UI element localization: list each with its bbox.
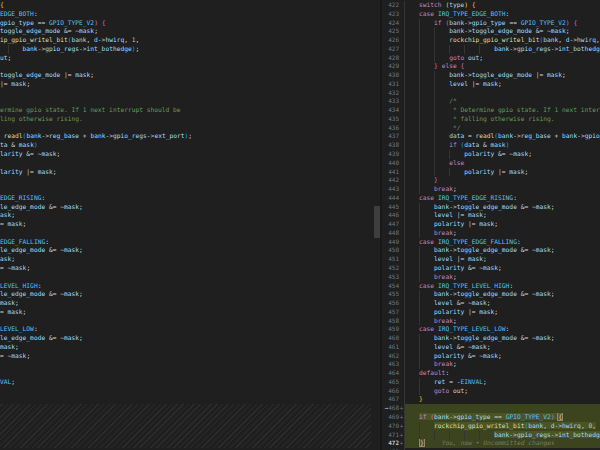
code-line[interactable]: case IRQ_TYPE_LEVEL_HIGH: <box>0 282 371 291</box>
code-line[interactable]: bank->toggle_edge_mode &= ~mask; <box>0 27 371 36</box>
code-line[interactable]: bank->toggle_edge_mode &= ~mask; <box>0 290 371 299</box>
code-line[interactable]: 429} else { <box>382 62 600 71</box>
code-line[interactable]: * falling otherwise rising. <box>0 115 371 124</box>
code-line[interactable]: 441polarity |= mask; <box>382 168 600 177</box>
line-number[interactable]: 470 <box>382 422 399 431</box>
line-number[interactable]: 456 <box>382 299 399 308</box>
line-number[interactable]: 431 <box>382 80 399 89</box>
code-content[interactable]: polarity |= mask; <box>404 168 600 177</box>
code-content[interactable]: goto out; <box>0 54 371 63</box>
line-number[interactable]: 435 <box>382 115 399 124</box>
line-number[interactable]: 437 <box>382 132 399 141</box>
code-content[interactable]: level |= mask; <box>0 80 371 89</box>
code-content[interactable]: bank->toggle_edge_mode &= ~mask; <box>0 203 371 212</box>
code-line[interactable]: break; <box>0 317 371 326</box>
code-content[interactable]: } <box>0 176 371 185</box>
code-content[interactable]: break; <box>0 317 371 326</box>
line-number[interactable]: 463 <box>382 360 399 369</box>
code-line[interactable]: 469+if (bank->gpio_type == GPIO_TYPE_V2)… <box>382 413 600 422</box>
line-number[interactable]: 454 <box>382 282 399 291</box>
code-content[interactable]: case IRQ_TYPE_EDGE_BOTH: <box>404 10 600 19</box>
code-content[interactable]: case IRQ_TYPE_LEVEL_HIGH: <box>404 282 600 291</box>
code-content[interactable]: default: <box>0 369 371 378</box>
code-line[interactable]: 446level |= mask; <box>382 211 600 220</box>
code-content[interactable]: } else { <box>404 62 600 71</box>
line-number[interactable]: 422 <box>382 1 399 10</box>
code-content[interactable]: else <box>404 159 600 168</box>
code-line[interactable]: bank->gpio_regs->int_bothedge); <box>0 45 371 54</box>
code-content[interactable]: case IRQ_TYPE_EDGE_FALLING: <box>404 238 600 247</box>
line-number[interactable]: 424 <box>382 19 399 28</box>
code-content[interactable]: goto out; <box>404 387 600 396</box>
code-line[interactable]: 462polarity &= ~mask; <box>382 352 600 361</box>
code-line[interactable]: bank->toggle_edge_mode &= ~mask; <box>0 246 371 255</box>
line-number[interactable]: 451 <box>382 255 399 264</box>
code-content[interactable]: } <box>0 395 371 404</box>
line-number[interactable]: 448 <box>382 229 399 238</box>
line-number[interactable]: 466 <box>382 387 399 396</box>
code-content[interactable]: level |= mask; <box>404 211 600 220</box>
code-content[interactable]: case IRQ_TYPE_EDGE_BOTH: <box>0 10 371 19</box>
line-number[interactable]: 453 <box>382 273 399 282</box>
line-number[interactable]: 460 <box>382 334 399 343</box>
line-number[interactable]: 450 <box>382 246 399 255</box>
code-content[interactable]: level &= ~mask; <box>404 299 600 308</box>
code-content[interactable]: polarity |= mask; <box>404 308 600 317</box>
code-content[interactable]: * Determine gpio state. If 1 next interr… <box>404 106 600 115</box>
code-line[interactable]: polarity |= mask; <box>0 308 371 317</box>
code-content[interactable]: rockchip_gpio_writel_bit(bank, d->hwirq,… <box>0 36 371 45</box>
code-content[interactable]: case IRQ_TYPE_LEVEL_LOW: <box>0 325 371 334</box>
code-line[interactable]: level &= ~mask; <box>0 343 371 352</box>
line-number[interactable]: 433 <box>382 97 399 106</box>
code-line[interactable]: polarity |= mask; <box>0 168 371 177</box>
code-line[interactable]: 426rockchip_gpio_writel_bit(bank, d->hwi… <box>382 36 600 45</box>
code-content[interactable]: level |= mask; <box>404 255 600 264</box>
code-line[interactable]: bank->toggle_edge_mode |= mask; <box>0 71 371 80</box>
line-number[interactable]: 472 <box>382 439 399 448</box>
code-line[interactable]: 455bank->toggle_edge_mode &= ~mask; <box>382 290 600 299</box>
line-number[interactable]: 428 <box>382 54 399 63</box>
code-content[interactable]: rockchip_gpio_writel_bit(bank, d->hwirq,… <box>404 422 600 431</box>
code-content[interactable]: bank->toggle_edge_mode &= ~mask; <box>0 290 371 299</box>
code-content[interactable]: level &= ~mask; <box>404 343 600 352</box>
code-line[interactable]: 443break; <box>382 185 600 194</box>
code-line[interactable]: 422switch (type) { <box>382 1 600 10</box>
code-line[interactable]: 445bank->toggle_edge_mode &= ~mask; <box>382 203 600 212</box>
line-number[interactable]: 445 <box>382 203 399 212</box>
code-content[interactable]: bank->toggle_edge_mode &= ~mask; <box>404 334 600 343</box>
code-content[interactable]: case IRQ_TYPE_EDGE_RISING: <box>0 194 371 203</box>
line-number[interactable]: 429 <box>382 62 399 71</box>
code-content[interactable]: break; <box>0 185 371 194</box>
code-line[interactable]: 450bank->toggle_edge_mode &= ~mask; <box>382 246 600 255</box>
code-content[interactable]: bank->toggle_edge_mode &= ~mask; <box>0 27 371 36</box>
code-line[interactable]: */ <box>0 124 371 133</box>
code-line[interactable]: /* <box>0 97 371 106</box>
code-line[interactable]: 453break; <box>382 273 600 282</box>
code-line[interactable]: case IRQ_TYPE_EDGE_BOTH: <box>0 10 371 19</box>
code-line[interactable]: 456level &= ~mask; <box>382 299 600 308</box>
code-line[interactable]: polarity &= ~mask; <box>0 264 371 273</box>
line-number[interactable]: 458 <box>382 317 399 326</box>
code-content[interactable]: bank->toggle_edge_mode |= mask; <box>404 71 600 80</box>
code-line[interactable]: polarity &= ~mask; <box>0 150 371 159</box>
code-content[interactable]: if (data & mask) <box>0 141 371 150</box>
code-line[interactable]: 423case IRQ_TYPE_EDGE_BOTH: <box>382 10 600 19</box>
code-content[interactable]: data = readl(bank->reg_base + bank->gpio… <box>0 132 371 141</box>
code-content[interactable]: bank->toggle_edge_mode &= ~mask; <box>404 27 600 36</box>
line-number[interactable]: 447 <box>382 220 399 229</box>
code-content[interactable]: /* <box>404 97 600 106</box>
code-line[interactable]: 442} <box>382 176 600 185</box>
code-line[interactable]: →468+ <box>382 404 600 413</box>
code-line[interactable]: 460bank->toggle_edge_mode &= ~mask; <box>382 334 600 343</box>
line-number[interactable]: 438 <box>382 141 399 150</box>
code-line[interactable]: default: <box>0 369 371 378</box>
code-line[interactable]: goto out; <box>0 54 371 63</box>
code-content[interactable]: break; <box>404 360 600 369</box>
code-content[interactable]: break; <box>404 317 600 326</box>
code-content[interactable]: bank->toggle_edge_mode &= ~mask; <box>0 246 371 255</box>
code-content[interactable]: level |= mask; <box>0 211 371 220</box>
code-content[interactable]: level &= ~mask; <box>0 343 371 352</box>
code-content[interactable] <box>404 404 600 413</box>
code-line[interactable]: } <box>0 176 371 185</box>
line-number[interactable]: 423 <box>382 10 399 19</box>
